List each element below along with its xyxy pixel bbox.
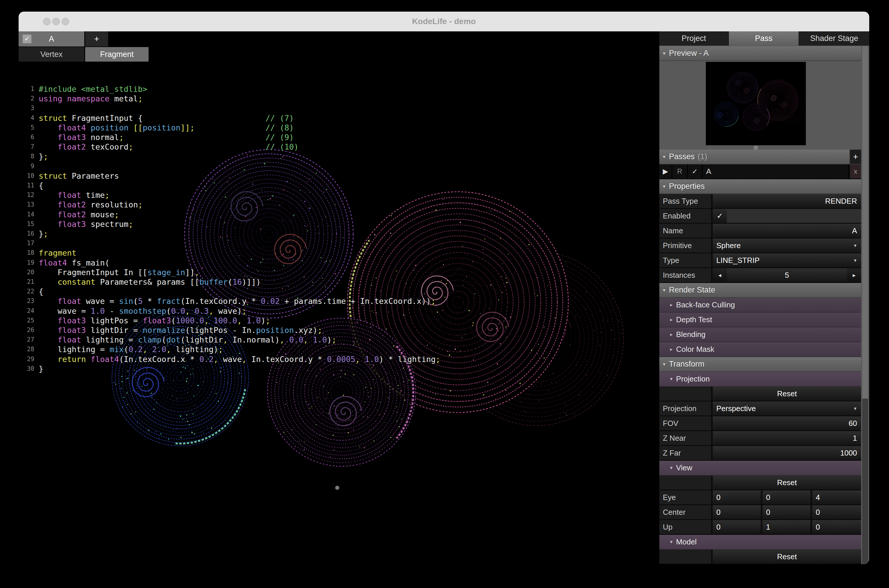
property-checkbox[interactable]: ✓ — [713, 209, 727, 223]
line-number: 16 — [19, 229, 34, 238]
collapse-icon: ▾ — [670, 465, 673, 471]
property-label: Enabled — [659, 209, 712, 223]
property-row-z-near: Z Near1 — [659, 431, 861, 446]
panel-scrollbar-thumb[interactable] — [862, 46, 868, 399]
vector-field-y[interactable]: 0 — [763, 505, 811, 519]
inspector-tab-pass[interactable]: Pass — [729, 32, 799, 46]
code-line — [39, 238, 441, 248]
reset-button[interactable]: Reset — [713, 387, 861, 400]
transform-subsection-projection[interactable]: ▾Projection — [659, 372, 861, 387]
render-state-item-back-face-culling[interactable]: ▸Back-face Culling — [659, 298, 861, 313]
property-row-center: Center000 — [659, 505, 861, 520]
collapse-icon: ▾ — [663, 287, 665, 293]
add-pass-button[interactable]: + — [850, 150, 861, 164]
stepper-decrement-button[interactable]: ◂ — [713, 268, 727, 282]
render-state-item-color-mask[interactable]: ▸Color Mask — [659, 342, 861, 357]
pass-r-toggle[interactable]: R — [672, 164, 688, 178]
code-line — [39, 162, 441, 171]
vector-field-y[interactable]: 0 — [763, 490, 811, 504]
code-line: float3 normal; // (9) — [39, 132, 441, 142]
property-dropdown[interactable]: Sphere▾ — [713, 238, 861, 252]
transform-subsection-view[interactable]: ▾View — [659, 461, 861, 476]
render-state-item-depth-test[interactable]: ▸Depth Test — [659, 313, 861, 327]
preview-section-header[interactable]: ▾ Preview - A — [659, 46, 861, 61]
vector-field-z[interactable]: 0 — [812, 520, 861, 534]
property-label: FOV — [659, 416, 712, 430]
inspector-tab-project[interactable]: Project — [659, 32, 728, 46]
vector-field-z[interactable]: 0 — [812, 505, 861, 519]
code-line: }; — [39, 229, 441, 238]
delete-pass-button[interactable]: x — [850, 164, 861, 178]
code-line: #include <metal_stdlib> — [39, 84, 441, 94]
chevron-right-icon: ▸ — [670, 346, 673, 352]
line-number: 28 — [19, 345, 34, 354]
vector-field-x[interactable]: 0 — [713, 520, 762, 534]
code-line: struct Parameters — [39, 171, 441, 181]
collapse-icon: ▾ — [663, 183, 665, 190]
passes-section-header[interactable]: ▾ Passes (1) + — [659, 150, 861, 164]
property-value-field[interactable]: 1000 — [713, 446, 861, 460]
property-dropdown[interactable]: Perspective▾ — [713, 402, 861, 416]
property-row-: Reset — [659, 476, 861, 490]
line-number: 29 — [19, 354, 34, 364]
reset-button[interactable]: Reset — [713, 476, 861, 489]
vector-field-z[interactable]: 4 — [812, 490, 861, 504]
document-checkbox[interactable]: ✓ — [23, 34, 32, 43]
editor-splitter-handle[interactable] — [335, 486, 339, 490]
property-label: Type — [659, 254, 712, 267]
document-tab-label: A — [49, 34, 54, 44]
inspector-tab-label: Pass — [755, 34, 772, 43]
property-label: Z Near — [659, 431, 712, 445]
code-editor[interactable]: #include <metal_stdlib>using namespace m… — [39, 84, 441, 374]
pass-enabled-check[interactable]: ✓ — [688, 164, 702, 178]
transform-section-header[interactable]: ▾ Transform — [659, 357, 861, 372]
render-state-section-header[interactable]: ▾ Render State — [659, 283, 861, 298]
property-row-primitive: PrimitiveSphere▾ — [659, 238, 861, 254]
vector-field-y[interactable]: 1 — [763, 520, 811, 534]
stage-tab-vertex[interactable]: Vertex — [19, 47, 84, 62]
code-line: FragmentInput In [[stage_in]], — [39, 268, 441, 277]
line-number: 25 — [19, 316, 34, 326]
inspector-tab-label: Shader Stage — [810, 34, 858, 43]
property-value-field[interactable]: 60 — [713, 416, 861, 430]
vector-field-x[interactable]: 0 — [713, 490, 762, 504]
stepper-increment-button[interactable]: ▸ — [847, 268, 861, 282]
passes-section-title: Passes — [669, 152, 695, 161]
code-line: }; — [39, 152, 441, 161]
new-document-tab[interactable]: + — [85, 32, 108, 46]
code-line: float4 position [[position]]; // (8) — [39, 123, 441, 132]
pass-name[interactable]: A — [702, 164, 849, 178]
panel-scrollbar[interactable] — [862, 46, 868, 564]
property-value-field[interactable]: 1 — [713, 431, 861, 445]
line-number: 6 — [19, 132, 34, 142]
transform-subsection-model[interactable]: ▾Model — [659, 535, 861, 550]
inspector-tab-shader-stage[interactable]: Shader Stage — [799, 32, 869, 46]
document-tab-A[interactable]: ✓A — [19, 32, 84, 46]
render-state-item-label: Color Mask — [676, 345, 714, 354]
property-row-projection: ProjectionPerspective▾ — [659, 402, 861, 416]
render-state-item-label: Blending — [676, 330, 705, 339]
render-state-item-label: Depth Test — [676, 315, 712, 324]
render-state-section-title: Render State — [669, 286, 715, 295]
reset-button[interactable]: Reset — [713, 550, 861, 564]
properties-section-header[interactable]: ▾ Properties — [659, 179, 861, 194]
line-number: 22 — [19, 287, 34, 296]
line-number: 4 — [19, 113, 34, 123]
collapse-icon: ▾ — [670, 539, 673, 545]
property-value-field[interactable]: RENDER — [713, 194, 861, 208]
property-dropdown[interactable]: LINE_STRIP▾ — [713, 254, 861, 267]
stage-tab-fragment[interactable]: Fragment — [85, 47, 149, 62]
run-pass-button[interactable]: ▶ — [659, 164, 672, 178]
code-line: float2 resolution; — [39, 200, 441, 210]
property-row-: Reset — [659, 550, 861, 564]
collapse-icon: ▾ — [670, 376, 673, 382]
line-number: 14 — [19, 210, 34, 219]
render-state-item-blending[interactable]: ▸Blending — [659, 327, 861, 342]
line-number: 3 — [19, 104, 34, 113]
code-line: float time; — [39, 190, 441, 200]
property-value-field[interactable]: A — [713, 224, 861, 238]
stepper-value[interactable]: 5 — [727, 268, 847, 282]
document-tab-bar: ✓A+ — [19, 32, 659, 46]
inspector-tab-label: Project — [681, 34, 706, 43]
vector-field-x[interactable]: 0 — [713, 505, 762, 519]
